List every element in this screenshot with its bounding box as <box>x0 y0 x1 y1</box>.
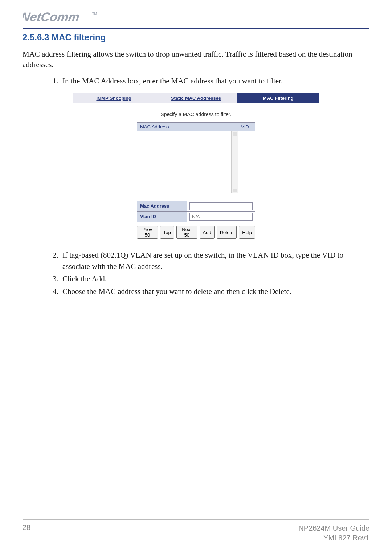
vlan-id-label: Vlan ID <box>137 212 187 222</box>
page-footer: 28 NP2624M User Guide YML827 Rev1 <box>23 519 369 543</box>
svg-text:NetComm: NetComm <box>23 10 81 24</box>
prev-50-button[interactable]: Prev 50 <box>137 226 158 239</box>
top-button[interactable]: Top <box>160 226 174 239</box>
ui-caption: Specify a MAC address to filter. <box>73 103 319 122</box>
svg-text:TM: TM <box>92 12 97 15</box>
section-heading: 2.5.6.3 MAC filtering <box>23 32 369 42</box>
footer-revision: YML827 Rev1 <box>298 533 369 543</box>
tab-igmp-snooping[interactable]: IGMP Snooping <box>73 93 155 103</box>
mac-address-input[interactable] <box>189 202 253 210</box>
mac-filtering-ui: IGMP Snooping Static MAC Addresses MAC F… <box>73 93 319 239</box>
step-1: In the MAC Address box, enter the MAC ad… <box>60 75 369 86</box>
next-50-button[interactable]: Next 50 <box>176 226 197 239</box>
brand-logo: NetComm TM <box>23 9 369 28</box>
step-2: If tag-based (802.1Q) VLAN are set up on… <box>60 250 369 272</box>
page-number: 28 <box>23 523 30 543</box>
mac-entry-form: Mac Address Vlan ID <box>137 201 255 222</box>
listbox-body-mac[interactable] <box>137 131 232 193</box>
footer-guide-title: NP2624M User Guide <box>298 523 369 533</box>
tab-static-mac[interactable]: Static MAC Addresses <box>155 93 237 103</box>
mac-listbox: MAC Address VID <box>137 122 255 193</box>
intro-paragraph: MAC address filtering allows the switch … <box>23 49 369 70</box>
delete-button[interactable]: Delete <box>217 226 237 239</box>
mac-address-label: Mac Address <box>137 201 187 211</box>
step-4: Choose the MAC address that you want to … <box>60 286 369 297</box>
tab-bar: IGMP Snooping Static MAC Addresses MAC F… <box>73 93 319 103</box>
tab-mac-filtering[interactable]: MAC Filtering <box>237 93 319 103</box>
add-button[interactable]: Add <box>200 226 215 239</box>
listbox-col-vid: VID <box>238 123 255 131</box>
steps-list-bottom: If tag-based (802.1Q) VLAN are set up on… <box>23 250 369 297</box>
vlan-id-input[interactable] <box>189 213 253 221</box>
step-3: Click the Add. <box>60 273 369 284</box>
listbox-body-vid[interactable] <box>238 131 255 193</box>
listbox-col-mac: MAC Address <box>137 123 238 131</box>
listbox-scrollbar[interactable] <box>232 131 238 193</box>
header-divider <box>23 28 369 29</box>
steps-list-top: In the MAC Address box, enter the MAC ad… <box>23 75 369 86</box>
button-row: Prev 50 Top Next 50 Add Delete Help <box>137 226 255 239</box>
help-button[interactable]: Help <box>239 226 255 239</box>
